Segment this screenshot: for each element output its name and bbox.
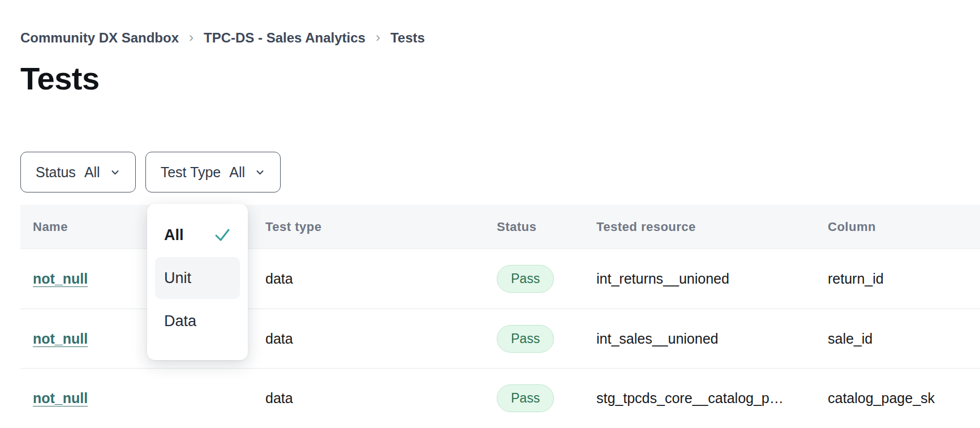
test-type-filter-button[interactable]: Test Type All [145, 152, 281, 192]
test-type-cell: data [253, 331, 484, 347]
filter-bar: Status All Test Type All [20, 152, 980, 192]
page-title: Tests [20, 59, 980, 99]
column-header-tested-resource: Tested resource [584, 220, 815, 234]
test-type-cell: data [253, 271, 484, 287]
breadcrumb-item-tests[interactable]: Tests [390, 29, 425, 46]
test-type-filter-label: Test Type [161, 164, 221, 181]
tested-resource-cell: int_sales__unioned [584, 331, 815, 347]
chevron-down-icon [110, 167, 121, 178]
column-cell: catalog_page_sk [815, 390, 980, 406]
tested-resource-cell: int_returns__unioned [584, 271, 815, 287]
status-badge: Pass [497, 384, 554, 412]
dropdown-option-label: Unit [164, 269, 191, 287]
column-cell: sale_id [815, 331, 980, 347]
column-header-status: Status [484, 220, 584, 234]
column-cell: return_id [815, 271, 980, 287]
dropdown-option-unit[interactable]: Unit [155, 257, 240, 299]
breadcrumb-separator-icon: › [189, 29, 194, 46]
status-filter-label: Status [36, 164, 76, 181]
breadcrumb-separator-icon: › [376, 29, 380, 46]
breadcrumb: Community DX Sandbox › TPC-DS - Sales An… [20, 29, 980, 46]
dropdown-option-all[interactable]: All [155, 214, 240, 256]
test-type-cell: data [253, 390, 484, 406]
chevron-down-icon [255, 167, 265, 178]
test-type-filter-value: All [229, 164, 245, 181]
test-name-link[interactable]: not_null [33, 331, 88, 346]
status-filter-button[interactable]: Status All [20, 152, 136, 192]
dropdown-option-label: Data [164, 313, 196, 330]
column-header-test-type: Test type [253, 220, 484, 234]
breadcrumb-item-sandbox[interactable]: Community DX Sandbox [20, 29, 179, 46]
column-header-column: Column [815, 220, 980, 234]
dropdown-option-data[interactable]: Data [155, 300, 240, 342]
status-filter-value: All [84, 164, 100, 181]
test-name-link[interactable]: not_null [33, 271, 88, 286]
tested-resource-cell: stg_tpcds_core__catalog_p… [584, 390, 815, 406]
breadcrumb-item-project[interactable]: TPC-DS - Sales Analytics [204, 29, 366, 46]
dropdown-option-label: All [164, 226, 184, 244]
status-badge: Pass [497, 265, 554, 293]
test-name-link[interactable]: not_null [33, 390, 88, 406]
checkmark-icon [214, 228, 231, 242]
status-badge: Pass [497, 325, 554, 353]
test-type-dropdown-menu: All Unit Data [147, 204, 248, 360]
table-row: not_null data Pass stg_tpcds_core__catal… [20, 368, 980, 427]
